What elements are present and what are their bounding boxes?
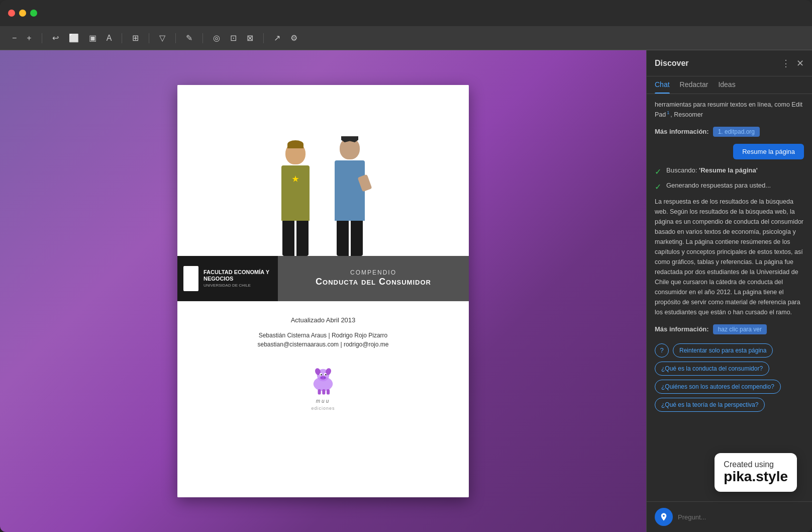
suggestion-btn-2[interactable]: ¿Quiénes son los autores del compendio? [655, 380, 781, 394]
minimize-button[interactable] [19, 10, 26, 17]
toolbar-separator-2 [122, 33, 122, 43]
spock-legs [337, 221, 363, 256]
tab-ideas[interactable]: Ideas [718, 80, 735, 94]
pdf-viewer: FACULTAD ECONOMÍA Y NEGOCIOS UNIVERSIDAD… [0, 50, 646, 532]
kirk-head [285, 142, 306, 164]
pdf-date: Actualizado Abril 2013 [291, 316, 356, 324]
faculty-text: FACULTAD ECONOMÍA Y NEGOCIOS UNIVERSIDAD… [204, 269, 272, 289]
toolbar-separator-4 [175, 33, 176, 43]
main-content: FACULTAD ECONOMÍA Y NEGOCIOS UNIVERSIDAD… [0, 50, 812, 532]
pen-icon[interactable]: ✎ [184, 31, 194, 45]
svg-point-1 [188, 271, 194, 277]
chat-content: herramientas para resumir textos en líne… [647, 94, 812, 501]
expand-icon[interactable]: ↗ [272, 31, 282, 45]
pdf-cover-bottom: FACULTAD ECONOMÍA Y NEGOCIOS UNIVERSIDAD… [177, 256, 469, 301]
response-block: La respuesta es de los resultados de la … [655, 197, 804, 317]
kirk-legs [282, 221, 309, 256]
tab-redactar[interactable]: Redactar [680, 80, 708, 94]
check-icon-2: ✓ [655, 182, 661, 192]
titlebar [0, 0, 812, 26]
check-icon-1: ✓ [655, 167, 661, 176]
toolbar-separator-6 [263, 33, 264, 43]
svg-point-11 [320, 376, 326, 380]
pika-watermark: Created using pika.style [715, 453, 797, 492]
traffic-lights [8, 10, 37, 17]
author1-email: sebastian@cisternaaraus.com [258, 341, 339, 348]
check-item-2: ✓ Generando respuestas para usted... [655, 182, 804, 192]
pika-brand-text: pika.style [724, 469, 788, 485]
svg-rect-14 [318, 389, 321, 395]
check1-prefix: Buscando: [666, 166, 699, 174]
figure-spock [335, 137, 365, 256]
pdf-page: FACULTAD ECONOMÍA Y NEGOCIOS UNIVERSIDAD… [177, 85, 469, 497]
suggestion-question-icon: ? [655, 343, 669, 358]
close-button[interactable] [8, 10, 15, 17]
arrow-icon[interactable]: ▽ [157, 31, 167, 45]
spock-head [340, 137, 360, 159]
pdf-authors: Sebastián Cisterna Araus | Rodrigo Rojo … [258, 332, 389, 348]
university-name: UNIVERSIDAD DE CHILE [204, 283, 272, 288]
settings-icon[interactable]: ⚙ [288, 31, 299, 45]
svg-rect-15 [322, 389, 325, 395]
faculty-name: FACULTAD ECONOMÍA Y NEGOCIOS [204, 269, 272, 282]
suggestion-btn-1[interactable]: ¿Qué es la conducta del consumidor? [655, 362, 769, 376]
kirk-badge [292, 175, 299, 183]
zoom-in-icon[interactable]: + [25, 32, 33, 45]
leg-right [296, 221, 309, 256]
figure-kirk [281, 142, 310, 256]
grid-icon[interactable]: ⊞ [130, 31, 141, 45]
check1-bold: 'Resume la página' [699, 166, 758, 174]
suggestion-btn-0[interactable]: Reintentar solo para esta página [673, 343, 773, 358]
tab-chat[interactable]: Chat [655, 80, 670, 94]
toolbar: − + ↩ ⬜ ▣ A ⊞ ▽ ✎ ◎ ⊡ ⊠ ↗ ⚙ [0, 26, 812, 50]
close-panel-icon[interactable]: ✕ [796, 58, 804, 69]
frame-icon[interactable]: ⬜ [67, 31, 81, 45]
discover-title: Discover [655, 59, 689, 68]
prev-text-part2: , Resoomer [670, 111, 703, 118]
author2-email: rodrigo@rojo.me [344, 341, 389, 348]
text-icon[interactable]: A [105, 32, 114, 45]
spock-hair [341, 136, 358, 142]
suggestion-btn-3[interactable]: ¿Qué es la teoría de la perspectiva? [655, 398, 765, 412]
spock-hand [357, 174, 372, 192]
kirk-body [281, 165, 310, 221]
leg-right-spock [351, 221, 363, 256]
info-link-1[interactable]: 1. editpad.org [713, 127, 760, 137]
chat-input-field[interactable] [678, 513, 804, 521]
check-text-2: Generando respuestas para usted... [666, 182, 771, 189]
more-info-label-1: Más información: [655, 128, 709, 135]
svg-point-10 [325, 374, 327, 376]
pdf-footer: Actualizado Abril 2013 Sebastián Cistern… [177, 301, 469, 497]
toolbar-separator-5 [202, 33, 203, 43]
svg-point-9 [321, 374, 322, 376]
box-icon[interactable]: ⊡ [228, 31, 239, 45]
author2-name: Rodrigo Rojo Pizarro [332, 332, 387, 339]
prev-search-text: herramientas para resumir textos en líne… [655, 100, 804, 120]
kirk-hair [287, 140, 303, 148]
more-info-row-2: Más información: haz clic para ver [655, 324, 804, 334]
undo-icon[interactable]: ↩ [50, 31, 61, 45]
info-link-2[interactable]: haz clic para ver [713, 324, 767, 334]
doc-title: Conducta del Consumidor [316, 276, 431, 288]
chat-send-button[interactable] [655, 508, 673, 526]
muu-sub-text: ediciones [311, 406, 335, 411]
faculty-logo [183, 266, 198, 291]
layout-icon[interactable]: ▣ [87, 31, 98, 45]
pdf-cover-image [177, 85, 469, 256]
discover-header: Discover ⋮ ✕ [647, 50, 812, 76]
toolbar-separator [42, 33, 42, 43]
maximize-button[interactable] [30, 10, 37, 17]
zoom-out-icon[interactable]: − [10, 32, 19, 45]
muu-publisher-text: muu [316, 398, 330, 404]
circle-icon[interactable]: ◎ [211, 31, 222, 45]
share-icon[interactable]: ⊠ [245, 31, 255, 45]
suggestion-item-0: ? Reintentar solo para esta página [655, 343, 804, 358]
chat-input-area: Created using pika.style [647, 501, 812, 532]
pika-top-text: Created using [724, 460, 774, 469]
spock-body [335, 160, 365, 221]
resume-button[interactable]: Resume la página [733, 144, 804, 159]
more-options-icon[interactable]: ⋮ [781, 58, 790, 69]
discover-controls: ⋮ ✕ [781, 58, 804, 69]
svg-point-13 [324, 377, 325, 379]
suggestions: ? Reintentar solo para esta página ¿Qué … [655, 339, 804, 416]
